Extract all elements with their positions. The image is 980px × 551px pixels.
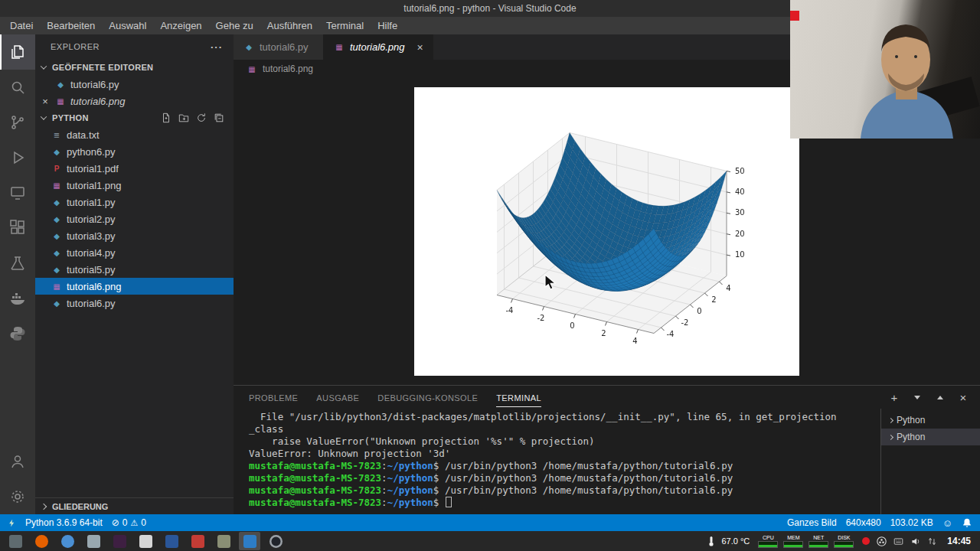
- terminal-app-icon[interactable]: [109, 532, 130, 550]
- file-item[interactable]: tutorial2.py: [35, 210, 234, 227]
- panel-tab-ausgabe[interactable]: AUSGABE: [316, 388, 359, 406]
- file-item[interactable]: tutorial4.py: [35, 244, 234, 261]
- file-list: data.txtpython6.pytutorial1.pdftutorial1…: [35, 126, 234, 311]
- system-monitor-disk: DISK: [832, 534, 855, 548]
- terminal-instance-list: PythonPython: [880, 409, 980, 514]
- file-item[interactable]: tutorial1.png: [35, 177, 234, 194]
- menu-item-gehe-zu[interactable]: Gehe zu: [209, 18, 260, 33]
- problems-indicator[interactable]: 0 0: [112, 517, 146, 528]
- explorer-icon[interactable]: [0, 34, 35, 70]
- tab-label: tutorial6.py: [260, 41, 309, 53]
- tab-tutorial6-png[interactable]: tutorial6.png: [324, 34, 433, 60]
- python-env-icon[interactable]: [0, 316, 35, 351]
- clock[interactable]: 14:45: [944, 536, 975, 546]
- image-dimensions: 640x480: [846, 517, 881, 528]
- menu-item-ausführen[interactable]: Ausführen: [260, 18, 319, 33]
- chevron-right-icon: [888, 434, 893, 439]
- terminal-output[interactable]: File "/usr/lib/python3/dist-packages/mat…: [234, 409, 880, 514]
- file-name: tutorial5.py: [67, 264, 116, 276]
- open-editor-item[interactable]: tutorial6.png: [35, 93, 234, 109]
- panel-tab-probleme[interactable]: PROBLEME: [249, 388, 298, 406]
- webcam-record-badge: [790, 11, 799, 21]
- chromium-icon[interactable]: [57, 532, 78, 550]
- more-actions-icon[interactable]: [211, 41, 223, 53]
- extensions-icon[interactable]: [0, 210, 35, 246]
- outline-section-header[interactable]: GLIEDERUNG: [35, 497, 234, 514]
- terminal-instance[interactable]: Python: [881, 429, 980, 445]
- menu-item-anzeigen[interactable]: Anzeigen: [153, 18, 208, 33]
- search-icon[interactable]: [0, 70, 35, 105]
- close-panel-icon[interactable]: [957, 391, 969, 403]
- record-indicator: [862, 537, 870, 545]
- file-item[interactable]: tutorial3.py: [35, 227, 234, 244]
- volume-icon[interactable]: [910, 536, 920, 546]
- py-file-icon: [51, 145, 63, 158]
- menu-item-auswahl[interactable]: Auswahl: [102, 18, 153, 33]
- notifications-bell-icon[interactable]: [962, 517, 972, 528]
- open-editor-item[interactable]: tutorial6.py: [35, 76, 234, 93]
- test-explorer-icon[interactable]: [0, 246, 35, 281]
- new-folder-icon[interactable]: [178, 112, 189, 123]
- vscode-window: tutorial6.png - python - Visual Studio C…: [0, 0, 980, 551]
- menu-item-bearbeiten[interactable]: Bearbeiten: [40, 18, 102, 33]
- open-editors-list: tutorial6.pytutorial6.png: [35, 76, 234, 109]
- error-icon: [112, 517, 119, 528]
- libreoffice-icon[interactable]: [161, 532, 182, 550]
- menu-item-terminal[interactable]: Terminal: [319, 18, 371, 33]
- file-item[interactable]: data.txt: [35, 126, 234, 143]
- image-zoom-mode[interactable]: Ganzes Bild: [787, 517, 837, 528]
- system-tray: 67.0 °C CPUMEMNETDISK 14:45: [708, 534, 975, 548]
- status-bar: Python 3.6.9 64-bit 0 0 Ganzes Bild 640x…: [0, 514, 980, 531]
- obs-tray-icon[interactable]: [877, 536, 887, 546]
- menu-item-datei[interactable]: Datei: [3, 18, 40, 33]
- close-icon[interactable]: [417, 41, 423, 54]
- new-terminal-icon[interactable]: [888, 391, 900, 403]
- app-menu-icon[interactable]: [5, 532, 26, 550]
- terminal-dropdown-icon[interactable]: [911, 391, 923, 403]
- text-editor-icon[interactable]: [135, 532, 156, 550]
- collapse-all-icon[interactable]: [214, 112, 224, 123]
- file-item[interactable]: tutorial6.py: [35, 295, 234, 311]
- obs-studio-icon[interactable]: [265, 532, 286, 550]
- file-item[interactable]: tutorial1.pdf: [35, 160, 234, 177]
- remote-indicator-icon[interactable]: [8, 518, 16, 528]
- remote-explorer-icon[interactable]: [0, 175, 35, 210]
- account-icon[interactable]: [0, 444, 35, 479]
- webcam-overlay: [790, 0, 980, 139]
- pdf-reader-icon[interactable]: [187, 532, 208, 550]
- run-debug-icon[interactable]: [0, 140, 35, 175]
- outline-label: GLIEDERUNG: [52, 502, 108, 511]
- file-item[interactable]: python6.py: [35, 143, 234, 160]
- file-item[interactable]: tutorial1.py: [35, 194, 234, 210]
- network-icon[interactable]: [927, 536, 937, 546]
- firefox-icon[interactable]: [31, 532, 52, 550]
- file-manager-icon[interactable]: [83, 532, 104, 550]
- matplotlib-figure: [414, 87, 799, 376]
- source-control-icon[interactable]: [0, 105, 35, 140]
- vscode-icon[interactable]: [239, 532, 260, 550]
- image-tool-icon[interactable]: [213, 532, 234, 550]
- settings-icon[interactable]: [0, 479, 35, 514]
- new-file-icon[interactable]: [161, 112, 172, 123]
- panel-tab-terminal[interactable]: TERMINAL: [496, 388, 541, 407]
- explorer-actions: [161, 112, 234, 123]
- refresh-icon[interactable]: [196, 112, 207, 123]
- file-name: tutorial1.pdf: [67, 163, 119, 174]
- feedback-icon[interactable]: [942, 517, 952, 529]
- file-item[interactable]: tutorial6.png: [35, 278, 234, 295]
- python-interpreter[interactable]: Python 3.6.9 64-bit: [25, 517, 103, 528]
- folder-section-header[interactable]: PYTHON: [35, 109, 234, 126]
- file-name: tutorial1.py: [67, 197, 116, 208]
- docker-icon[interactable]: [0, 281, 35, 316]
- py-file-icon: [51, 263, 63, 276]
- file-item[interactable]: tutorial5.py: [35, 261, 234, 278]
- terminal-instance[interactable]: Python: [881, 412, 980, 429]
- py-file-icon: [51, 196, 63, 208]
- panel-tab-debugging-konsole[interactable]: DEBUGGING-KONSOLE: [377, 388, 478, 406]
- tab-tutorial6-py[interactable]: tutorial6.py: [234, 34, 324, 60]
- maximize-panel-icon[interactable]: [934, 391, 946, 403]
- input-method-icon[interactable]: [893, 536, 903, 546]
- menu-item-hilfe[interactable]: Hilfe: [371, 18, 404, 33]
- open-editors-header[interactable]: GEÖFFNETE EDITOREN: [35, 59, 234, 76]
- close-icon[interactable]: [40, 96, 51, 107]
